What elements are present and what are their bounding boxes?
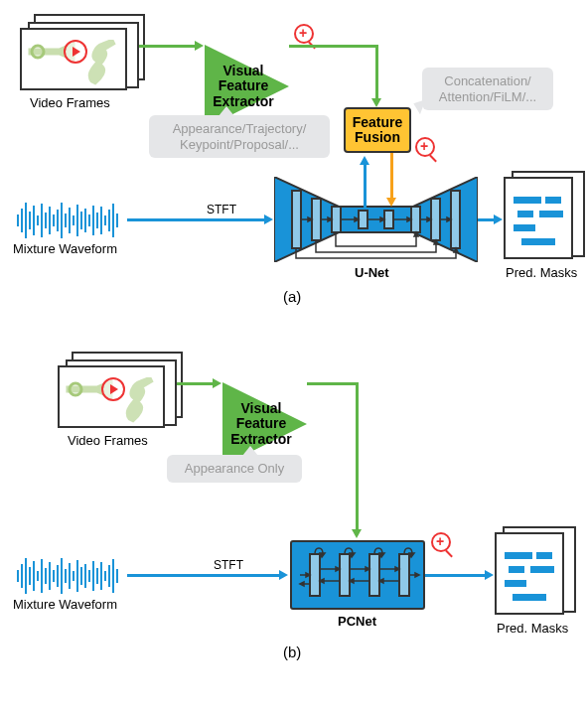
mixture-waveform [17, 201, 118, 240]
pred-label: Pred. Masks [506, 265, 577, 280]
violin-icon [83, 40, 121, 86]
arrowhead [279, 570, 288, 580]
fusion-callout-text: Concatenation/ Attention/FiLM/... [439, 73, 536, 104]
pred-label: Pred. Masks [497, 621, 568, 636]
arrow-wave-to-unet [127, 218, 266, 221]
violin-icon [121, 377, 159, 424]
arrow-frames-to-vfe [177, 382, 215, 385]
stft-label: STFT [207, 203, 236, 216]
svg-rect-30 [369, 554, 379, 596]
magnifier-plus-icon: + [431, 532, 451, 552]
panel-a: Video Frames Visual Feature Extractor + … [0, 0, 588, 323]
arrowhead [485, 570, 494, 580]
fusion-label: Feature Fusion [353, 115, 403, 146]
pcnet-label: PCNet [338, 614, 376, 629]
arrowhead [213, 378, 221, 388]
arrowhead [494, 214, 503, 224]
video-frames-stack [20, 28, 127, 90]
svg-rect-31 [399, 554, 409, 596]
mixture-label: Mixture Waveform [13, 241, 117, 256]
arrowhead [371, 98, 381, 107]
svg-marker-53 [300, 582, 304, 586]
svg-marker-51 [415, 573, 419, 577]
arrow-pcnet-to-pred [425, 574, 487, 577]
unet-block [274, 177, 478, 262]
pcnet-block [290, 540, 425, 610]
arrowhead [352, 529, 362, 538]
arrowhead [264, 214, 273, 224]
pred-masks [495, 532, 564, 615]
pred-masks [504, 177, 573, 259]
subfig-b-label: (b) [283, 644, 301, 660]
vfe-callout-text: Appearance/Trajectory/ Keypoint/Proposal… [173, 121, 307, 152]
video-frames-stack [58, 365, 165, 428]
vfe-label: Visual Feature Extractor [225, 390, 297, 458]
arrowhead [386, 198, 396, 207]
arrow-vfe-right [289, 45, 378, 48]
unet-label: U-Net [355, 265, 389, 280]
stft-label: STFT [214, 558, 243, 572]
vfe-callout-text: Appearance Only [185, 461, 284, 476]
magnifier-plus-icon: + [294, 24, 314, 44]
video-frames-label: Video Frames [68, 433, 148, 448]
play-icon [64, 40, 87, 64]
feature-fusion-block: Feature Fusion [344, 107, 411, 153]
svg-rect-29 [340, 554, 350, 596]
arrow-vfe-right [307, 382, 359, 385]
subfig-a-label: (a) [283, 288, 301, 305]
arrow-frames-to-vfe [139, 45, 197, 48]
vfe-callout: Appearance Only [167, 455, 302, 483]
arrow-unet-to-fusion [364, 164, 367, 208]
magnifier-plus-icon: + [415, 137, 435, 157]
video-frame-content [60, 367, 163, 426]
arrowhead [195, 41, 204, 51]
panel-b: Video Frames Visual Feature Extractor Ap… [0, 338, 588, 705]
mixture-label: Mixture Waveform [13, 597, 117, 612]
play-icon [101, 377, 125, 401]
arrow-wave-to-pcnet [127, 574, 281, 577]
svg-rect-2 [292, 191, 301, 248]
arrow-fusion-to-unet [390, 153, 393, 200]
fusion-callout: Concatenation/ Attention/FiLM/... [422, 68, 553, 110]
visual-feature-extractor: Visual Feature Extractor [222, 382, 307, 466]
video-frame-content [22, 30, 125, 88]
arrow-vfe-down [375, 45, 378, 100]
arrowhead [360, 156, 369, 165]
arrow-vfe-down [356, 382, 359, 531]
vfe-callout: Appearance/Trajectory/ Keypoint/Proposal… [149, 115, 330, 158]
mixture-waveform [17, 556, 118, 596]
video-frames-label: Video Frames [30, 95, 110, 110]
